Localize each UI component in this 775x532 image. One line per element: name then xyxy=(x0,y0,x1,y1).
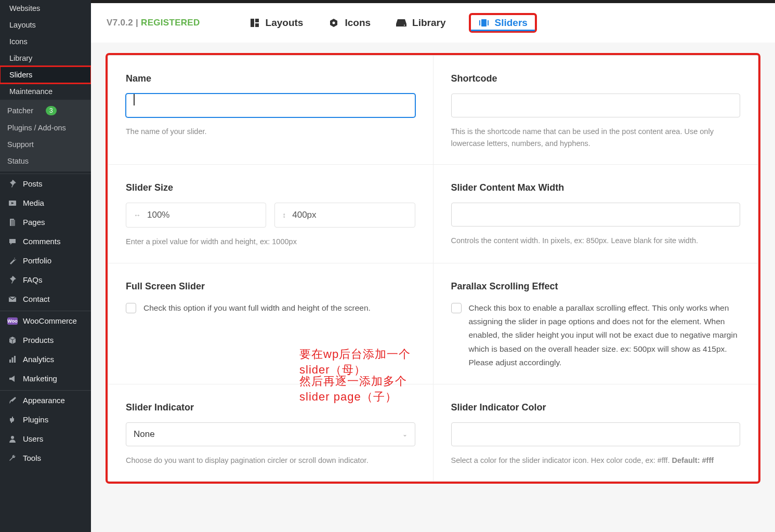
label-indicator: Slider Indicator xyxy=(126,402,415,413)
label-max-width: Slider Content Max Width xyxy=(451,182,741,193)
svg-point-14 xyxy=(404,25,405,26)
tab-library[interactable]: Library xyxy=(396,12,445,34)
arrows-v-icon: ↕ xyxy=(282,211,286,219)
sidebar-sub-websites[interactable]: Websites xyxy=(0,0,91,17)
sidebar-item-pages[interactable]: Pages xyxy=(0,212,91,232)
label-name: Name xyxy=(126,73,415,84)
field-slider-size: Slider Size ↔100% ↕400px Enter a pixel v… xyxy=(108,165,434,262)
bars-icon xyxy=(7,355,18,364)
label-fullscreen: Full Screen Slider xyxy=(126,281,415,292)
desc-max-width: Controls the content width. In pixels, e… xyxy=(451,235,741,247)
desc-indicator-color: Select a color for the slider indicator … xyxy=(451,455,741,467)
sidebar-item-comments[interactable]: Comments xyxy=(0,232,91,251)
brush-icon xyxy=(7,396,18,405)
sidebar-subgroup-tools: Patcher 3 Plugins / Add-ons Support Stat… xyxy=(0,100,91,171)
sidebar-item-portfolio[interactable]: Portfolio xyxy=(0,251,91,270)
patcher-badge: 3 xyxy=(46,106,57,115)
checkbox-fullscreen[interactable] xyxy=(126,303,136,313)
sidebar-item-posts[interactable]: Posts xyxy=(0,174,91,193)
field-indicator-color: Slider Indicator Color Select a color fo… xyxy=(434,384,758,481)
media-icon xyxy=(7,199,18,207)
tab-sliders[interactable]: Sliders xyxy=(471,15,535,31)
sidebar-item-analytics[interactable]: Analytics xyxy=(0,350,91,369)
field-indicator: Slider Indicator None ⌄ Choose do you wa… xyxy=(108,384,434,481)
field-name: Name The name of your slider. xyxy=(108,56,434,164)
layouts-icon xyxy=(249,17,260,29)
sidebar-item-marketing[interactable]: Marketing xyxy=(0,369,91,388)
label-shortcode: Shortcode xyxy=(451,73,741,84)
hexagon-icon xyxy=(328,17,339,29)
tab-icons[interactable]: Icons xyxy=(328,12,371,34)
svg-rect-7 xyxy=(14,356,16,363)
sidebar-sub-layouts[interactable]: Layouts xyxy=(0,17,91,33)
page-icon xyxy=(7,218,18,227)
sidebar-item-appearance[interactable]: Appearance xyxy=(0,390,91,410)
pin-icon xyxy=(7,276,18,284)
svg-rect-9 xyxy=(251,19,254,27)
arrows-h-icon: ↔ xyxy=(134,211,141,219)
main-content: V7.0.2 | REGISTERED Layouts Icons Librar… xyxy=(91,0,775,532)
svg-rect-16 xyxy=(479,20,480,25)
desc-shortcode: This is the shortcode name that can be u… xyxy=(451,126,741,150)
checkbox-parallax-label: Check this box to enable a parallax scro… xyxy=(469,301,741,370)
label-parallax: Parallax Scrolling Effect xyxy=(451,281,741,292)
svg-point-12 xyxy=(333,22,335,24)
sidebar-item-plugins[interactable]: Plugins xyxy=(0,410,91,429)
input-indicator-color[interactable] xyxy=(451,422,741,446)
field-fullscreen: Full Screen Slider Check this option if … xyxy=(108,263,434,384)
input-shortcode[interactable] xyxy=(451,94,741,117)
input-name[interactable] xyxy=(126,94,415,117)
label-indicator-color: Slider Indicator Color xyxy=(451,402,741,413)
sidebar-item-products[interactable]: Products xyxy=(0,330,91,350)
sidebar-item-media[interactable]: Media xyxy=(0,193,91,212)
field-max-width: Slider Content Max Width Controls the co… xyxy=(434,165,758,262)
plug-icon xyxy=(7,416,18,424)
sidebar-item-woocommerce[interactable]: WooWooCommerce xyxy=(0,311,91,330)
woo-icon: Woo xyxy=(7,317,18,325)
wand-icon xyxy=(7,257,18,265)
svg-rect-10 xyxy=(255,19,259,22)
input-height[interactable]: ↕400px xyxy=(274,203,415,228)
megaphone-icon xyxy=(7,375,18,383)
top-tabs: Layouts Icons Library Sliders xyxy=(249,12,535,34)
sidebar-sub-sliders[interactable]: Sliders xyxy=(0,66,91,83)
sidebar-item-tools[interactable]: Tools xyxy=(0,448,91,468)
sidebar-sub-library[interactable]: Library xyxy=(0,50,91,66)
sidebar-sub-plugins-addons[interactable]: Plugins / Add-ons xyxy=(0,119,91,136)
svg-rect-6 xyxy=(12,357,14,363)
input-width[interactable]: ↔100% xyxy=(126,203,266,228)
label-slider-size: Slider Size xyxy=(126,182,415,193)
input-max-width[interactable] xyxy=(451,203,741,227)
sidebar-sub-maintenance[interactable]: Maintenance xyxy=(0,83,91,100)
wp-admin-sidebar: Websites Layouts Icons Library Sliders M… xyxy=(0,0,91,532)
sidebar-sub-patcher[interactable]: Patcher 3 xyxy=(0,102,91,119)
annotation-line-1: 要在wp后台添加一个slider（母） xyxy=(299,347,433,378)
svg-rect-11 xyxy=(255,23,259,27)
svg-rect-5 xyxy=(9,360,11,363)
sidebar-item-users[interactable]: Users xyxy=(0,429,91,448)
pin-icon xyxy=(7,180,18,188)
avada-topbar: V7.0.2 | REGISTERED Layouts Icons Librar… xyxy=(91,0,775,43)
select-indicator[interactable]: None ⌄ xyxy=(126,422,415,446)
sidebar-sub-icons[interactable]: Icons xyxy=(0,33,91,50)
field-shortcode: Shortcode This is the shortcode name tha… xyxy=(434,56,758,164)
sidebar-item-faqs[interactable]: FAQs xyxy=(0,270,91,289)
sidebar-sub-support[interactable]: Support xyxy=(0,136,91,153)
tab-layouts[interactable]: Layouts xyxy=(249,12,304,34)
checkbox-parallax[interactable] xyxy=(451,303,462,313)
wrench-icon xyxy=(7,454,18,462)
drive-icon xyxy=(396,17,407,29)
sliders-icon xyxy=(478,17,490,29)
desc-name: The name of your slider. xyxy=(126,126,415,138)
sidebar-sub-status[interactable]: Status xyxy=(0,153,91,169)
svg-rect-17 xyxy=(488,20,489,25)
sidebar-item-contact[interactable]: Contact xyxy=(0,289,91,309)
version-label: V7.0.2 | REGISTERED xyxy=(107,18,200,28)
svg-point-8 xyxy=(11,436,14,439)
mail-icon xyxy=(7,295,18,303)
cube-icon xyxy=(7,336,18,344)
desc-slider-size: Enter a pixel value for width and height… xyxy=(126,236,415,248)
user-icon xyxy=(7,435,18,443)
chevron-down-icon: ⌄ xyxy=(402,431,408,438)
svg-rect-3 xyxy=(11,220,15,226)
